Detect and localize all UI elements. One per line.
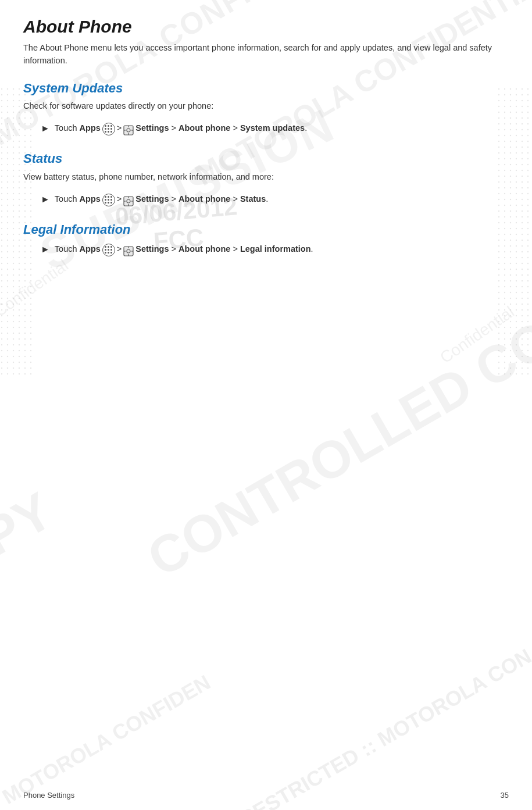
about-label-2: About phone bbox=[178, 192, 230, 206]
footer-left-text: Phone Settings bbox=[23, 791, 74, 800]
apps-dot bbox=[110, 131, 112, 133]
apps-dot bbox=[105, 249, 106, 251]
apps-dot bbox=[108, 202, 109, 204]
apps-dot bbox=[108, 199, 109, 201]
apps-dot bbox=[108, 246, 109, 248]
apps-dot bbox=[110, 202, 112, 204]
footer-page-number: 35 bbox=[501, 791, 509, 800]
action-label-1: System updates bbox=[240, 122, 305, 135]
apps-icon-2 bbox=[102, 194, 115, 206]
sep3-3: > bbox=[230, 242, 240, 256]
suffix-3: . bbox=[311, 242, 313, 256]
arrow-icon-1: ► bbox=[41, 121, 50, 136]
apps-dot bbox=[108, 196, 109, 198]
apps-dot bbox=[105, 196, 106, 198]
sep1-2: > bbox=[117, 192, 122, 206]
section-system-updates: System Updates Check for software update… bbox=[23, 80, 509, 136]
instruction-system-updates: ► Touch Apps > bbox=[41, 121, 509, 136]
apps-icon-3 bbox=[102, 244, 115, 256]
apps-dot bbox=[110, 246, 112, 248]
about-label-3: About phone bbox=[178, 242, 230, 256]
apps-dot bbox=[105, 199, 106, 201]
arrow-icon-2: ► bbox=[41, 192, 50, 207]
about-label-1: About phone bbox=[178, 122, 230, 135]
settings-label-2: Settings bbox=[135, 192, 169, 206]
section-desc-system-updates: Check for software updates directly on y… bbox=[23, 100, 509, 113]
main-content: About Phone The About Phone menu lets yo… bbox=[0, 0, 532, 810]
sep2-3: > bbox=[169, 242, 178, 256]
sep1-3: > bbox=[117, 242, 122, 256]
apps-dot bbox=[105, 128, 106, 130]
instruction-legal: ► Touch Apps > bbox=[41, 242, 509, 257]
apps-dot bbox=[108, 125, 109, 127]
settings-label-1: Settings bbox=[135, 122, 169, 135]
apps-dot bbox=[110, 199, 112, 201]
sep1-1: > bbox=[117, 122, 122, 135]
sep2-1: > bbox=[169, 122, 178, 135]
settings-icon-2 bbox=[123, 196, 134, 206]
apps-dot bbox=[108, 128, 109, 130]
apps-label-2: Apps bbox=[80, 192, 101, 206]
apps-dot bbox=[105, 131, 106, 133]
touch-label-3: Touch bbox=[55, 242, 77, 256]
apps-icon-1 bbox=[102, 123, 115, 135]
suffix-2: . bbox=[266, 192, 268, 206]
apps-icon-dots-1 bbox=[105, 125, 113, 133]
apps-label-3: Apps bbox=[80, 242, 101, 256]
page-footer: Phone Settings 35 bbox=[23, 791, 509, 800]
apps-dot bbox=[105, 125, 106, 127]
page-title: About Phone bbox=[23, 16, 509, 37]
instruction-status: ► Touch Apps > bbox=[41, 192, 509, 207]
apps-dot bbox=[110, 196, 112, 198]
section-title-legal: Legal Information bbox=[23, 222, 509, 238]
section-legal: Legal Information ► Touch Apps > bbox=[23, 222, 509, 256]
apps-dot bbox=[108, 252, 109, 254]
action-label-3: Legal information bbox=[240, 242, 311, 256]
section-title-status: Status bbox=[23, 151, 509, 167]
apps-label-1: Apps bbox=[80, 122, 101, 135]
section-status: Status View battery status, phone number… bbox=[23, 151, 509, 206]
arrow-icon-3: ► bbox=[41, 242, 50, 257]
suffix-1: . bbox=[305, 122, 307, 135]
sep2-2: > bbox=[169, 192, 178, 206]
apps-dot bbox=[105, 252, 106, 254]
touch-label-1: Touch bbox=[55, 122, 77, 135]
sep3-2: > bbox=[230, 192, 240, 206]
settings-label-3: Settings bbox=[135, 242, 169, 256]
apps-dot bbox=[110, 249, 112, 251]
sep3-1: > bbox=[230, 122, 240, 135]
apps-dot bbox=[108, 249, 109, 251]
apps-dot bbox=[108, 131, 109, 133]
apps-dot bbox=[110, 125, 112, 127]
page-description: The About Phone menu lets you access imp… bbox=[23, 42, 509, 67]
apps-dot bbox=[105, 246, 106, 248]
section-title-system-updates: System Updates bbox=[23, 80, 509, 97]
action-label-2: Status bbox=[240, 192, 266, 206]
settings-icon-3 bbox=[123, 246, 134, 256]
settings-icon-1 bbox=[123, 125, 134, 135]
section-desc-status: View battery status, phone number, netwo… bbox=[23, 171, 509, 184]
apps-dot bbox=[110, 252, 112, 254]
apps-dot bbox=[110, 128, 112, 130]
touch-label-2: Touch bbox=[55, 192, 77, 206]
apps-icon-dots-3 bbox=[105, 246, 113, 254]
apps-dot bbox=[105, 202, 106, 204]
apps-icon-dots-2 bbox=[105, 196, 113, 204]
